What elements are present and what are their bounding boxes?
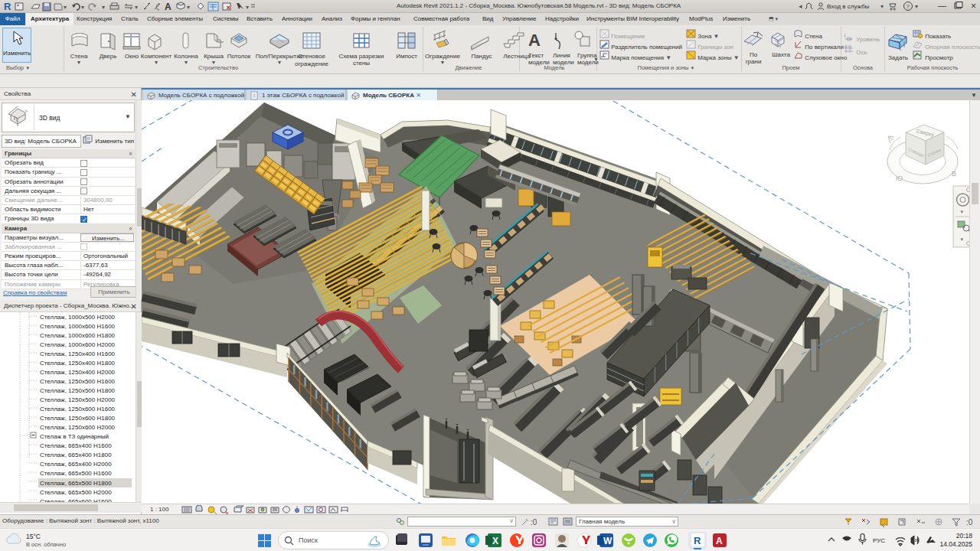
- svg-text:R: R: [694, 535, 701, 546]
- svg-text:Шахта: Шахта: [772, 51, 790, 58]
- svg-text:Стелаж в ТЗ одинарный: Стелаж в ТЗ одинарный: [40, 433, 109, 440]
- svg-text:▾: ▾: [102, 4, 105, 11]
- svg-text:Стеллаж, 1250x600 H1800: Стеллаж, 1250x600 H1800: [40, 415, 116, 422]
- svg-text:Стеллаж, 1250x600 H2000: Стеллаж, 1250x600 H2000: [40, 424, 116, 431]
- svg-text:R: R: [4, 1, 11, 12]
- svg-text:Импост: Импост: [396, 53, 417, 60]
- svg-text:Стеллаж, 665x400 H2000: Стеллаж, 665x400 H2000: [40, 461, 112, 468]
- svg-text:▼: ▼: [440, 60, 446, 65]
- svg-text:Крыша: Крыша: [204, 53, 224, 60]
- svg-text:В: В: [952, 170, 956, 178]
- svg-text:Линия: Линия: [553, 52, 570, 59]
- svg-text:▾: ▾: [64, 4, 67, 11]
- svg-text:▼: ▼: [277, 60, 283, 65]
- svg-text:×: ×: [971, 1, 976, 11]
- svg-text:◂: ◂: [799, 2, 802, 10]
- svg-text:Дверь: Дверь: [100, 53, 117, 60]
- svg-text:Стеллаж, 665x500 H1800: Стеллаж, 665x500 H1800: [40, 480, 112, 487]
- svg-text:Компонент: Компонент: [141, 53, 172, 60]
- svg-text:грани: грани: [746, 58, 762, 65]
- svg-text:Стеллаж, 1000x500 H2000: Стеллаж, 1000x500 H2000: [40, 314, 116, 321]
- svg-text:▾: ▾: [187, 4, 190, 11]
- svg-text:Ю: Ю: [896, 174, 903, 182]
- svg-text:—: —: [938, 1, 946, 10]
- svg-text:▼: ▼: [77, 60, 82, 65]
- svg-text:A: A: [528, 31, 541, 50]
- svg-text:15°C: 15°C: [26, 533, 41, 540]
- svg-text:Стеллаж, 1000x600 H1600: Стеллаж, 1000x600 H1600: [40, 323, 116, 330]
- svg-text:Стеллаж, 665x500 H1600: Стеллаж, 665x500 H1600: [40, 470, 112, 477]
- svg-text:▾: ▾: [915, 3, 918, 10]
- svg-text:Текст: Текст: [528, 52, 544, 59]
- svg-text:▾: ▾: [246, 4, 249, 11]
- svg-text:▼: ▼: [184, 60, 189, 65]
- svg-text:▾: ▾: [880, 3, 884, 10]
- svg-text:▼: ▼: [211, 60, 217, 65]
- svg-text:Колонна: Колонна: [174, 53, 198, 60]
- svg-text:X: X: [492, 536, 498, 546]
- svg-text:Стеллаж, 665x400 H1600: Стеллаж, 665x400 H1600: [40, 442, 112, 449]
- svg-text:Стеллаж, 665x500 H2000: Стеллаж, 665x500 H2000: [40, 489, 112, 496]
- svg-text:Стеллаж, 1250x400 H2000: Стеллаж, 1250x400 H2000: [40, 369, 116, 376]
- svg-text:Пандус: Пандус: [471, 53, 492, 60]
- svg-text:Стеновое: Стеновое: [298, 53, 325, 60]
- svg-text:Стеллаж, 1250x500 H1600: Стеллаж, 1250x500 H1600: [40, 378, 116, 385]
- svg-text:W: W: [603, 536, 612, 546]
- svg-text:Окно: Окно: [125, 53, 139, 60]
- svg-text:▼: ▼: [154, 60, 159, 65]
- svg-text:Стена: Стена: [70, 53, 88, 60]
- svg-text:РУС: РУС: [873, 537, 885, 544]
- svg-text:ограждение: ограждение: [295, 60, 329, 67]
- svg-text:Стеллаж, 1250x400 H1600: Стеллаж, 1250x400 H1600: [40, 350, 116, 357]
- svg-text::0: :0: [531, 518, 537, 527]
- svg-text:Стеллаж, 665x400 H1800: Стеллаж, 665x400 H1800: [40, 452, 112, 458]
- svg-text::0: :0: [966, 518, 973, 527]
- svg-text:▾: ▾: [961, 209, 964, 214]
- svg-text:▾: ▾: [961, 236, 964, 242]
- svg-text:Вход в службы: Вход в службы: [827, 3, 870, 10]
- svg-text:Стеллаж, 1250x500 H1800: Стеллаж, 1250x500 H1800: [40, 387, 116, 394]
- svg-text:▾: ▾: [135, 4, 138, 11]
- svg-text:модели: модели: [553, 59, 574, 66]
- svg-text:Стеллаж, 1250x600 H1600: Стеллаж, 1250x600 H1600: [40, 406, 116, 412]
- svg-text:Пол/Перекрытие: Пол/Перекрытие: [256, 53, 304, 60]
- svg-text:Стеллаж, 1250x500 H2000: Стеллаж, 1250x500 H2000: [40, 396, 116, 403]
- svg-text:x: x: [227, 4, 230, 11]
- svg-text:Стеллаж, 1000x600 H2000: Стеллаж, 1000x600 H2000: [40, 341, 116, 348]
- svg-text:модели: модели: [528, 59, 550, 66]
- svg-text:▼: ▼: [593, 57, 599, 62]
- svg-text:▾: ▾: [81, 4, 84, 11]
- svg-text:По: По: [750, 51, 758, 58]
- svg-text:Ограждение: Ограждение: [425, 53, 460, 60]
- svg-text:Стеллаж, 1250x400 H1800: Стеллаж, 1250x400 H1800: [40, 360, 116, 367]
- svg-text:Схема разрезки: Схема разрезки: [338, 53, 384, 60]
- svg-text:стены: стены: [353, 60, 370, 67]
- svg-text:A: A: [165, 2, 172, 12]
- svg-text:1: 1: [844, 33, 847, 37]
- svg-text:?: ?: [906, 3, 910, 10]
- svg-text:Задать: Задать: [888, 54, 908, 61]
- svg-text:Стеллаж, 1000x600 H1800: Стеллаж, 1000x600 H1800: [40, 332, 116, 339]
- svg-text:A: A: [716, 536, 723, 546]
- svg-text:Потолок: Потолок: [227, 53, 251, 60]
- svg-text:В осн. облачно: В осн. облачно: [26, 541, 66, 548]
